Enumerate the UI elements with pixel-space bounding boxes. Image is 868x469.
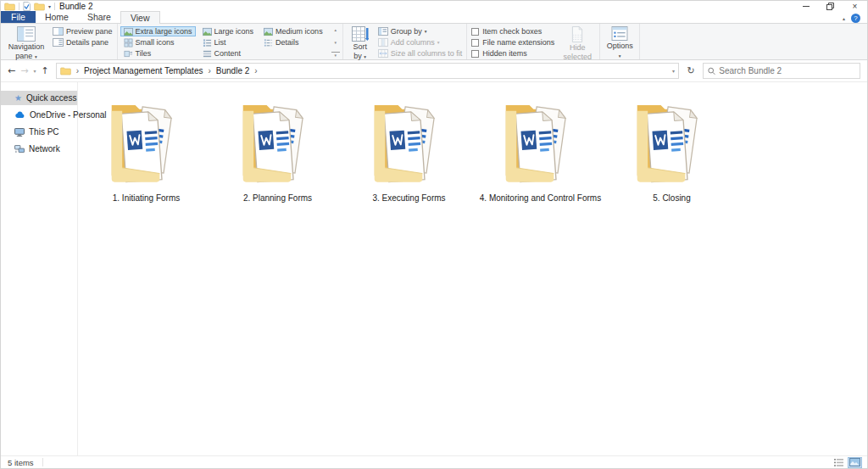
- folder-contents-view[interactable]: 1. Initiating Forms 2. Planning Forms 3.…: [78, 82, 867, 457]
- search-input[interactable]: [719, 66, 855, 75]
- file-name-extensions-label: File name extensions: [482, 38, 554, 47]
- options-label: Options: [607, 42, 633, 50]
- checkbox-icon: [471, 50, 479, 58]
- folder-label: 3. Executing Forms: [372, 193, 445, 203]
- sidebar-item-this-pc[interactable]: This PC: [1, 125, 77, 139]
- address-bar: ← → ▾ ↑ › Project Management Templates ›…: [1, 60, 867, 82]
- address-dropdown-icon[interactable]: ▾: [672, 68, 675, 74]
- size-columns-button[interactable]: Size all columns to fit: [376, 48, 465, 59]
- folder-label: 4. Monitoring and Control Forms: [480, 193, 601, 203]
- ribbon: Navigation pane ▾ Preview pane Details p…: [1, 24, 867, 60]
- breadcrumb-separator[interactable]: ›: [206, 66, 212, 75]
- scroll-down-icon[interactable]: ▾: [331, 40, 340, 45]
- new-folder-icon[interactable]: [34, 3, 45, 11]
- help-icon[interactable]: ?: [851, 14, 860, 23]
- sidebar-item-network[interactable]: Network: [1, 142, 77, 156]
- search-icon: [708, 67, 715, 75]
- status-bar: 5 items: [1, 455, 867, 468]
- hidden-items-label: Hidden items: [482, 49, 527, 58]
- options-icon: [611, 26, 628, 41]
- gallery-more-icon[interactable]: ▾: [331, 52, 340, 58]
- search-box[interactable]: [703, 63, 860, 79]
- onedrive-cloud-icon: [14, 111, 25, 119]
- ribbon-group-panes: Navigation pane ▾ Preview pane Details p…: [1, 24, 118, 59]
- navigation-pane-button[interactable]: Navigation pane ▾: [3, 25, 49, 62]
- breadcrumb-item[interactable]: Bundle 2: [216, 66, 249, 75]
- tiles-icon: [124, 49, 133, 59]
- sidebar-item-quick-access[interactable]: ★ Quick access: [1, 91, 77, 105]
- qat-customize-chevron-icon[interactable]: ▾: [48, 3, 51, 9]
- content-icon: [203, 49, 212, 59]
- close-button[interactable]: ×: [843, 1, 867, 12]
- item-check-boxes-label: Item check boxes: [482, 27, 542, 36]
- chevron-down-icon: ▾: [425, 29, 427, 34]
- folder-item[interactable]: 3. Executing Forms: [343, 98, 475, 203]
- tab-home[interactable]: Home: [36, 11, 78, 23]
- details-pane-button[interactable]: Details pane: [51, 37, 114, 47]
- layout-gallery-scroll[interactable]: ▴ ▾ ▾: [331, 26, 340, 59]
- window-title: Bundle 2: [59, 2, 92, 11]
- sidebar-item-onedrive[interactable]: OneDrive - Personal: [1, 108, 77, 122]
- group-by-button[interactable]: Group by ▾: [376, 26, 465, 36]
- layout-option-list[interactable]: List: [199, 37, 258, 47]
- restore-button[interactable]: [818, 1, 843, 12]
- file-name-extensions-checkbox[interactable]: File name extensions: [470, 37, 556, 47]
- layout-option-small-icons[interactable]: Small icons: [120, 37, 196, 47]
- breadcrumb-separator: ›: [75, 66, 81, 75]
- folder-icon: [106, 98, 187, 191]
- folder-label: 5. Closing: [653, 193, 690, 203]
- options-button[interactable]: Options▾: [603, 25, 637, 61]
- item-check-boxes-checkbox[interactable]: Item check boxes: [470, 26, 556, 36]
- status-separator: [42, 458, 43, 466]
- add-columns-label: Add columns: [391, 38, 435, 47]
- forward-button[interactable]: →: [20, 66, 28, 75]
- recent-locations-chevron-icon[interactable]: ▾: [33, 69, 36, 74]
- group-by-label: Group by: [391, 27, 422, 36]
- preview-pane-button[interactable]: Preview pane: [51, 26, 114, 36]
- address-box[interactable]: › Project Management Templates › Bundle …: [56, 63, 679, 79]
- refresh-button[interactable]: ↻: [682, 63, 699, 79]
- qat-separator: [19, 3, 19, 10]
- list-icon: [203, 38, 212, 47]
- ribbon-group-layout: Extra large icons Small icons Tiles: [118, 24, 343, 59]
- preview-pane-icon: [53, 27, 64, 36]
- close-icon: ×: [853, 3, 858, 11]
- breadcrumb-separator[interactable]: ›: [253, 66, 259, 75]
- items-count: 5 items: [8, 458, 34, 467]
- details-view-toggle-button[interactable]: [832, 457, 846, 468]
- sort-by-button[interactable]: Sort by ▾: [346, 25, 375, 62]
- layout-option-content[interactable]: Content: [199, 48, 258, 59]
- folder-item[interactable]: 5. Closing: [606, 98, 737, 203]
- ribbon-group-current-view: Sort by ▾ Group by ▾ Add columns ▾: [343, 24, 468, 59]
- hidden-items-checkbox[interactable]: Hidden items: [470, 48, 556, 59]
- scroll-up-icon[interactable]: ▴: [331, 27, 340, 32]
- chevron-down-icon: ▾: [364, 54, 366, 59]
- size-columns-label: Size all columns to fit: [391, 49, 463, 58]
- minimize-button[interactable]: [793, 1, 818, 12]
- thumbnails-view-toggle-button[interactable]: [848, 457, 862, 468]
- navigation-pane-icon: [17, 26, 36, 42]
- layout-option-extra-large-icons[interactable]: Extra large icons: [120, 26, 196, 36]
- up-button[interactable]: ↑: [41, 66, 48, 75]
- tab-view[interactable]: View: [120, 11, 160, 24]
- layout-option-large-icons[interactable]: Large icons: [199, 26, 258, 36]
- layout-option-medium-icons[interactable]: Medium icons: [260, 26, 326, 36]
- properties-icon[interactable]: [23, 2, 31, 11]
- hide-selected-items-icon: [570, 26, 584, 42]
- chevron-down-icon: ▾: [619, 53, 621, 59]
- tab-share[interactable]: Share: [78, 11, 120, 23]
- add-columns-icon: [378, 38, 388, 47]
- breadcrumb-item[interactable]: Project Management Templates: [84, 66, 203, 75]
- layout-option-details[interactable]: Details: [260, 37, 326, 47]
- medium-icons-icon: [264, 27, 273, 36]
- layout-option-tiles[interactable]: Tiles: [120, 48, 196, 59]
- details-view-toggle-icon: [833, 458, 844, 467]
- checkbox-icon: [471, 39, 479, 47]
- folder-item[interactable]: 4. Monitoring and Control Forms: [475, 98, 606, 203]
- back-button[interactable]: ←: [8, 66, 15, 75]
- collapse-ribbon-icon[interactable]: ▴: [843, 15, 845, 21]
- folder-item[interactable]: 1. Initiating Forms: [81, 98, 212, 203]
- tab-file[interactable]: File: [1, 11, 36, 23]
- add-columns-button[interactable]: Add columns ▾: [376, 37, 465, 47]
- folder-item[interactable]: 2. Planning Forms: [212, 98, 343, 203]
